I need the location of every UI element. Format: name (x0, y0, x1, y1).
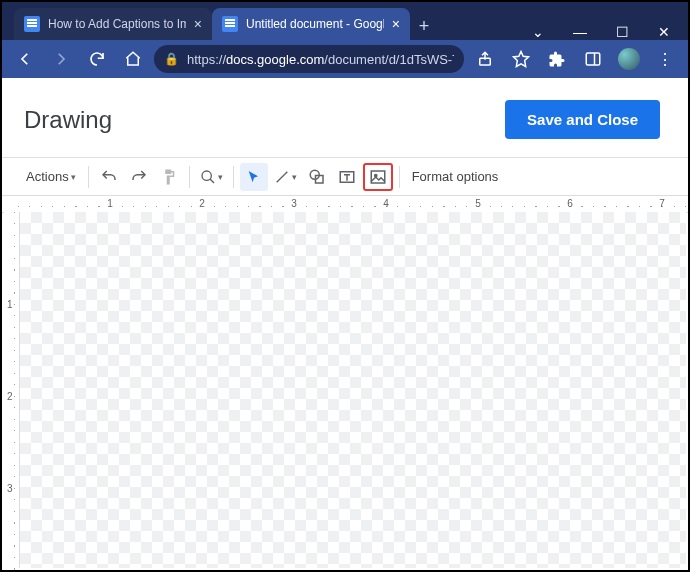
save-and-close-button[interactable]: Save and Close (505, 100, 660, 139)
separator (233, 166, 234, 188)
browser-toolbar: 🔒 https://docs.google.com/document/d/1dT… (2, 40, 688, 78)
vertical-ruler: 1 2 3 (4, 212, 20, 568)
lock-icon: 🔒 (164, 52, 179, 66)
drawing-toolbar: Actions▾ ▾ ▾ Format options (2, 157, 688, 195)
separator (189, 166, 190, 188)
separator (88, 166, 89, 188)
svg-line-4 (210, 179, 214, 183)
separator (399, 166, 400, 188)
paint-format-button[interactable] (155, 163, 183, 191)
image-tool[interactable] (363, 163, 393, 191)
tab-1-title: How to Add Captions to Ima (48, 17, 186, 31)
shape-tool[interactable] (303, 163, 331, 191)
star-icon[interactable] (506, 44, 536, 74)
back-button[interactable] (10, 44, 40, 74)
select-tool[interactable] (240, 163, 268, 191)
svg-line-5 (276, 171, 287, 182)
new-tab-button[interactable]: + (410, 12, 438, 40)
maximize-button[interactable]: ☐ (610, 24, 634, 40)
docs-icon (222, 16, 238, 32)
drawing-header: Drawing Save and Close (2, 78, 688, 157)
horizontal-ruler: 1 2 3 4 5 6 7 (2, 195, 688, 213)
line-tool[interactable]: ▾ (270, 163, 301, 191)
drawing-title: Drawing (24, 106, 112, 134)
url-text: https://docs.google.com/document/d/1dTsW… (187, 52, 454, 67)
svg-rect-9 (371, 171, 385, 183)
tab-1[interactable]: How to Add Captions to Ima × (14, 8, 212, 40)
window-titlebar: How to Add Captions to Ima × Untitled do… (2, 2, 688, 40)
close-icon[interactable]: × (194, 16, 202, 32)
close-icon[interactable]: × (392, 16, 400, 32)
forward-button[interactable] (46, 44, 76, 74)
caret-down-icon[interactable]: ⌄ (526, 24, 550, 40)
textbox-tool[interactable] (333, 163, 361, 191)
minimize-button[interactable]: — (568, 24, 592, 40)
drawing-canvas-area: 1 2 3 (4, 212, 686, 568)
share-icon[interactable] (470, 44, 500, 74)
toolbar-right: ⋮ (470, 44, 680, 74)
undo-button[interactable] (95, 163, 123, 191)
zoom-menu[interactable]: ▾ (196, 163, 227, 191)
tab-strip: How to Add Captions to Ima × Untitled do… (2, 2, 438, 40)
menu-button[interactable]: ⋮ (650, 44, 680, 74)
tab-2-title: Untitled document - Google (246, 17, 384, 31)
reload-button[interactable] (82, 44, 112, 74)
extensions-icon[interactable] (542, 44, 572, 74)
drawing-canvas[interactable] (20, 212, 686, 568)
sidepanel-icon[interactable] (578, 44, 608, 74)
window-controls: ⌄ — ☐ ✕ (518, 20, 688, 40)
redo-button[interactable] (125, 163, 153, 191)
svg-rect-1 (586, 53, 600, 65)
close-window-button[interactable]: ✕ (652, 24, 676, 40)
format-options-button[interactable]: Format options (406, 163, 505, 191)
docs-icon (24, 16, 40, 32)
svg-point-3 (202, 171, 211, 180)
actions-menu[interactable]: Actions▾ (20, 163, 82, 191)
home-button[interactable] (118, 44, 148, 74)
address-bar[interactable]: 🔒 https://docs.google.com/document/d/1dT… (154, 45, 464, 73)
tab-2[interactable]: Untitled document - Google × (212, 8, 410, 40)
profile-avatar[interactable] (614, 44, 644, 74)
